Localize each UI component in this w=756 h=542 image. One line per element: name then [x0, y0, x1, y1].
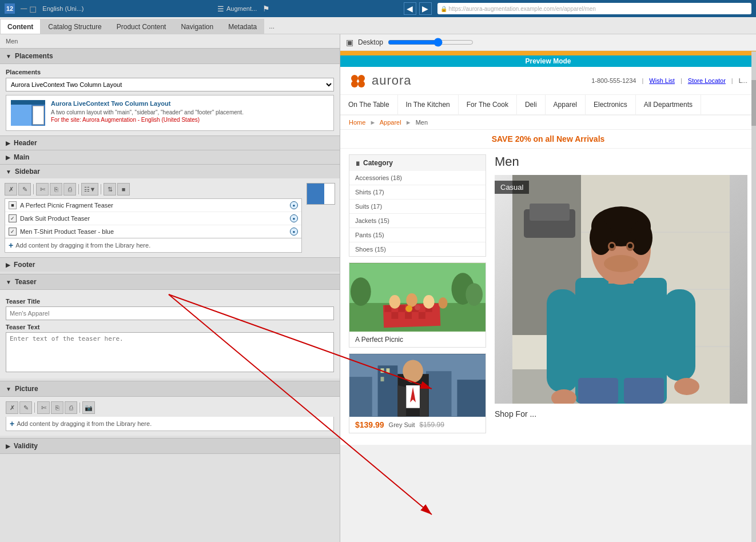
sidebar-subsection-header[interactable]: ▼ Sidebar: [0, 165, 340, 178]
picnic-teaser-image: [349, 263, 486, 332]
tab-bar: Content Catalog Structure Product Conten…: [0, 17, 756, 34]
content-item-1[interactable]: ■ A Perfect Picnic Fragment Teaser ●: [5, 199, 301, 212]
placement-box: Aurora LiveContext Two Column Layout A t…: [6, 95, 334, 131]
sidebar-toolbar: ✗ ✎ ✄ ⎘ ⎙ ☷▼ ⇅ ■: [5, 183, 302, 196]
svg-rect-42: [530, 204, 570, 221]
suit-price: $139.99: [355, 420, 384, 429]
bookmark-icon[interactable]: ⚑: [262, 4, 270, 13]
picture-add-row: + Add content by dragging it from the Li…: [6, 417, 334, 431]
layout-btn[interactable]: ☷▼: [81, 183, 98, 196]
pic-delete-btn[interactable]: ✗: [6, 401, 18, 414]
site-sidebar: ∎ Category Accessories (18) Shirts (17) …: [349, 154, 486, 439]
category-suits[interactable]: Suits (17): [349, 200, 486, 214]
breadcrumb-current: Men: [416, 119, 428, 126]
category-jackets[interactable]: Jackets (15): [349, 214, 486, 228]
men-input[interactable]: [6, 38, 334, 45]
product-icon-2: ✓: [9, 228, 17, 236]
lock-btn[interactable]: ■: [117, 183, 130, 196]
aurora-logo-icon: [349, 73, 367, 89]
back-arrow[interactable]: ◀: [404, 2, 416, 15]
nav-item-deli[interactable]: Deli: [517, 95, 546, 114]
move-btn[interactable]: ⇅: [104, 183, 116, 196]
pic-edit-btn[interactable]: ✎: [19, 401, 32, 414]
tab-more[interactable]: ...: [264, 19, 279, 34]
site-header: aurora 1-800-555-1234 | Wish List | Stor…: [340, 67, 756, 95]
svg-rect-25: [378, 365, 398, 416]
content-item-2[interactable]: ✓ Dark Suit Product Teaser ●: [5, 212, 301, 225]
nav-item-apparel[interactable]: Apparel: [546, 95, 586, 114]
augment-label: ☰ Augment...: [217, 5, 257, 13]
teaser-text-input[interactable]: [6, 332, 334, 372]
category-shirts[interactable]: Shirts (17): [349, 185, 486, 200]
sidebar-subsection-content: ✗ ✎ ✄ ⎘ ⎙ ☷▼ ⇅ ■: [0, 178, 340, 257]
teaser-title-input[interactable]: [6, 306, 334, 320]
zoom-slider[interactable]: [388, 38, 474, 47]
nav-item-onthetable[interactable]: On The Table: [340, 95, 398, 114]
dark-suit-card[interactable]: $139.99 Grey Suit $159.99: [349, 353, 486, 433]
svg-rect-28: [457, 380, 486, 416]
validity-section-header[interactable]: ▶ Validity: [0, 438, 340, 454]
pic-copy-btn[interactable]: ⎘: [51, 401, 63, 414]
site-top-bar: [340, 51, 756, 55]
nav-item-inthekitchen[interactable]: In The Kitchen: [398, 95, 459, 114]
right-panel: ▣ Desktop Preview Mode aurora 1-800-555-…: [340, 34, 756, 542]
edit-btn[interactable]: ✎: [18, 183, 31, 196]
main-area: ▼ Placements Placements Aurora LiveConte…: [0, 34, 756, 542]
tab-navigation[interactable]: Navigation: [173, 19, 221, 34]
tab-catalog[interactable]: Catalog Structure: [41, 19, 109, 34]
paste-btn[interactable]: ⎙: [63, 183, 76, 196]
teaser-text-label: Teaser Text: [6, 324, 334, 330]
delete-btn[interactable]: ✗: [5, 183, 17, 196]
sidebar-arrow: ▼: [6, 169, 11, 175]
left-panel: ▼ Placements Placements Aurora LiveConte…: [0, 34, 340, 542]
pic-cut-btn[interactable]: ✄: [37, 401, 50, 414]
pic-image-btn[interactable]: 📷: [82, 401, 95, 414]
nav-item-electronics[interactable]: Electronics: [586, 95, 636, 114]
svg-rect-27: [426, 371, 452, 416]
category-box: ∎ Category Accessories (18) Shirts (17) …: [349, 154, 486, 257]
svg-rect-15: [405, 312, 412, 319]
copy-btn[interactable]: ⎘: [50, 183, 62, 196]
globe-icon-1: ●: [290, 201, 298, 209]
tab-content[interactable]: Content: [0, 19, 41, 34]
phone-number: 1-800-555-1234: [591, 77, 636, 84]
pic-paste-btn[interactable]: ⎙: [65, 401, 77, 414]
picture-arrow: ▼: [6, 386, 11, 392]
forward-arrow[interactable]: ▶: [419, 2, 432, 15]
placement-title: Aurora LiveContext Two Column Layout: [51, 100, 329, 107]
nav-item-alldepts[interactable]: All Departments: [636, 95, 701, 114]
language-selector[interactable]: English (Uni...): [42, 5, 83, 12]
footer-subsection-header[interactable]: ▶ Footer: [0, 258, 340, 272]
picture-section-header[interactable]: ▼ Picture: [0, 381, 340, 397]
promo-text: SAVE 20% on all New Arrivals: [492, 134, 605, 144]
header-subsection-header[interactable]: ▶ Header: [0, 136, 340, 150]
url-bar[interactable]: 🔒 https://aurora-augmentation.example.co…: [437, 3, 751, 14]
picnic-teaser-card[interactable]: A Perfect Picnic: [349, 262, 486, 348]
category-pants[interactable]: Pants (15): [349, 228, 486, 242]
svg-point-56: [610, 244, 614, 248]
nav-arrows: ◀ ▶: [404, 2, 432, 15]
svg-rect-62: [664, 289, 695, 381]
main-subsection-header[interactable]: ▶ Main: [0, 150, 340, 164]
category-accessories[interactable]: Accessories (18): [349, 171, 486, 185]
breadcrumb-home[interactable]: Home: [349, 119, 365, 126]
wish-list-link[interactable]: Wish List: [649, 77, 675, 84]
site-nav-links: 1-800-555-1234 | Wish List | Store Locat…: [591, 77, 747, 84]
teaser-section-header[interactable]: ▼ Teaser: [0, 274, 340, 290]
footer-label: Footer: [14, 261, 35, 269]
svg-rect-10: [384, 305, 391, 312]
nav-item-forthecook[interactable]: For The Cook: [459, 95, 517, 114]
placement-preview-icon: [11, 100, 45, 126]
fragment-icon: ■: [9, 201, 17, 209]
promo-banner: SAVE 20% on all New Arrivals: [340, 130, 756, 149]
tab-metadata[interactable]: Metadata: [221, 19, 264, 34]
placements-section-header[interactable]: ▼ Placements: [0, 48, 340, 64]
tab-product[interactable]: Product Content: [109, 19, 174, 34]
store-locator-link[interactable]: Store Locator: [688, 77, 726, 84]
placements-dropdown[interactable]: Aurora LiveContext Two Column Layout: [6, 78, 334, 91]
cut-btn[interactable]: ✄: [36, 183, 49, 196]
content-item-3[interactable]: ✓ Men T-Shirt Product Teaser - blue ●: [5, 225, 301, 238]
category-shoes[interactable]: Shoes (15): [349, 242, 486, 256]
validity-section-label: Validity: [14, 442, 38, 450]
breadcrumb-apparel[interactable]: Apparel: [380, 119, 401, 126]
